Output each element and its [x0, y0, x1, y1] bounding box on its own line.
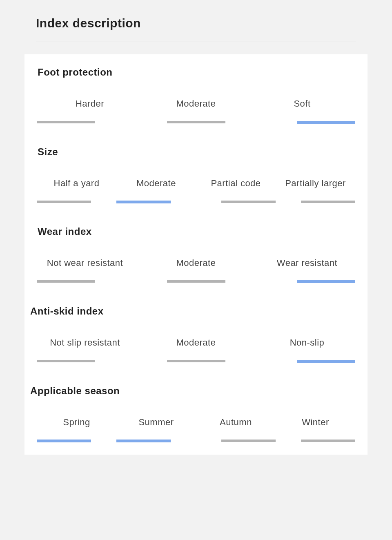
option-label: Not wear resistant [29, 258, 140, 268]
option-label: Spring [37, 417, 116, 428]
option-label: Moderate [116, 178, 196, 189]
index-card: Foot protectionHarderModerateSoftSizeHal… [24, 54, 368, 455]
option: Spring [37, 417, 116, 439]
indicator-bar [167, 280, 225, 283]
bar-cell [249, 280, 355, 283]
section-title: Anti-skid index [30, 306, 363, 317]
section-size: SizeHalf a yardModeratePartial codeParti… [29, 146, 363, 203]
options-row: Half a yardModeratePartial codePartially… [29, 178, 363, 200]
indicator-bar [37, 201, 91, 203]
section-title: Size [38, 146, 363, 158]
option-label: Partially larger [276, 178, 355, 189]
option-label: Wear resistant [252, 258, 363, 268]
bar-cell [37, 359, 143, 363]
option: Moderate [140, 258, 252, 280]
option: Moderate [143, 98, 249, 120]
bar-cell [37, 439, 116, 442]
indicator-bar [37, 121, 95, 123]
option: Moderate [140, 337, 252, 359]
bars-row [29, 359, 363, 363]
bar-cell [143, 120, 249, 124]
options-row: Not slip resistantModerateNon-slip [29, 337, 363, 359]
bar-cell [116, 200, 196, 203]
indicator-bar-active [297, 280, 355, 283]
section-title: Foot protection [38, 67, 363, 78]
option: Partial code [196, 178, 276, 200]
bar-cell [196, 439, 276, 442]
bar-cell [196, 200, 276, 203]
section-season: Applicable seasonSpringSummerAutumnWinte… [29, 385, 363, 442]
option: Partially larger [276, 178, 355, 200]
indicator-bar-active [297, 121, 355, 124]
option: Autumn [196, 417, 276, 439]
option: Not wear resistant [29, 258, 140, 280]
option-label: Non-slip [252, 337, 363, 348]
option-label: Moderate [140, 258, 252, 268]
index-description-page: Index description Foot protectionHarderM… [0, 0, 392, 455]
section-foot_protection: Foot protectionHarderModerateSoft [29, 67, 363, 124]
option-label: Not slip resistant [29, 337, 140, 348]
option: Moderate [116, 178, 196, 200]
option: Harder [37, 98, 143, 120]
indicator-bar-active [116, 440, 171, 442]
bar-cell [116, 439, 196, 442]
section-title: Wear index [38, 226, 363, 237]
bar-cell [276, 200, 355, 203]
option: Half a yard [37, 178, 116, 200]
indicator-bar [37, 360, 95, 362]
section-anti_skid: Anti-skid indexNot slip resistantModerat… [29, 306, 363, 363]
options-row: Not wear resistantModerateWear resistant [29, 258, 363, 280]
bar-cell [249, 359, 355, 363]
option: Wear resistant [252, 258, 363, 280]
bar-cell [37, 120, 143, 124]
indicator-bar-active [116, 201, 171, 203]
bars-row [29, 120, 363, 124]
section-wear_index: Wear indexNot wear resistantModerateWear… [29, 226, 363, 283]
option-label: Winter [276, 417, 355, 428]
bar-cell [276, 439, 355, 442]
bars-row [29, 200, 363, 203]
bar-cell [143, 280, 249, 283]
indicator-bar [167, 360, 225, 362]
options-row: HarderModerateSoft [29, 98, 363, 120]
bar-cell [37, 200, 116, 203]
bar-cell [37, 280, 143, 283]
bars-row [29, 280, 363, 283]
indicator-bar [221, 440, 276, 442]
option-label: Moderate [143, 98, 249, 109]
indicator-bar-active [37, 440, 91, 442]
option: Non-slip [252, 337, 363, 359]
bar-cell [249, 120, 355, 124]
option-label: Summer [116, 417, 196, 428]
option: Not slip resistant [29, 337, 140, 359]
bar-cell [143, 359, 249, 363]
option-label: Harder [37, 98, 143, 109]
bars-row [29, 439, 363, 442]
option-label: Autumn [196, 417, 276, 428]
option-label: Partial code [196, 178, 276, 189]
option-label: Soft [249, 98, 355, 109]
indicator-bar-active [297, 360, 355, 363]
options-row: SpringSummerAutumnWinter [29, 417, 363, 439]
option-label: Half a yard [37, 178, 116, 189]
section-title: Applicable season [30, 385, 363, 397]
indicator-bar [301, 440, 355, 442]
indicator-bar [167, 121, 225, 123]
indicator-bar [221, 201, 276, 203]
indicator-bar [301, 201, 355, 203]
page-title: Index description [36, 16, 356, 42]
option: Soft [249, 98, 355, 120]
indicator-bar [37, 280, 95, 283]
option-label: Moderate [140, 337, 252, 348]
option: Winter [276, 417, 355, 439]
option: Summer [116, 417, 196, 439]
